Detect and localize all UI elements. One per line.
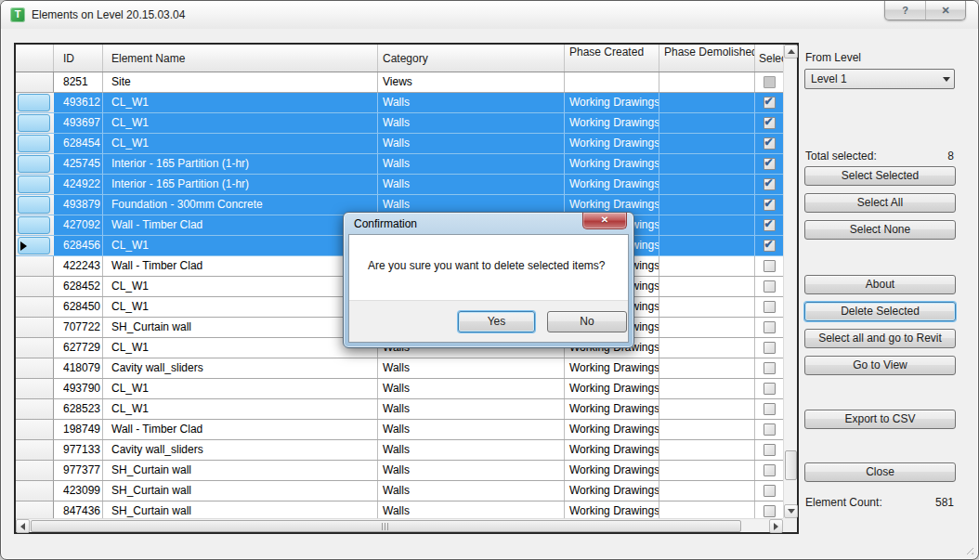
column-header-selected[interactable]: Selected — [755, 45, 783, 72]
grid-header: ID Element Name Category Phase Created P… — [16, 45, 783, 72]
grid-row[interactable]: 493790CL_W1WallsWorking Drawings — [16, 379, 783, 399]
row-header[interactable] — [16, 297, 54, 317]
select-selected-button[interactable]: Select Selected — [804, 166, 956, 186]
row-header[interactable] — [16, 399, 54, 419]
row-header[interactable] — [16, 461, 54, 480]
row-header[interactable] — [16, 501, 54, 518]
row-checkbox[interactable] — [764, 444, 776, 456]
row-checkbox[interactable] — [764, 137, 776, 150]
row-header[interactable] — [16, 481, 54, 501]
row-checkbox[interactable] — [764, 383, 776, 395]
grid-cell-selected — [755, 399, 783, 419]
row-header[interactable] — [16, 215, 54, 235]
no-button[interactable]: No — [547, 311, 627, 332]
row-header[interactable] — [16, 379, 54, 398]
select-all-go-to-revit-button[interactable]: Select all and go to Revit — [804, 329, 956, 348]
row-checkbox[interactable] — [764, 199, 776, 211]
row-checkbox[interactable] — [764, 280, 776, 293]
horizontal-scroll-thumb[interactable] — [31, 520, 741, 532]
grid-row[interactable]: 493697CL_W1WallsWorking Drawings — [16, 113, 783, 134]
row-checkbox[interactable] — [764, 260, 776, 272]
grid-row[interactable]: 198749Wall - Timber CladWallsWorking Dra… — [16, 420, 783, 440]
row-checkbox[interactable] — [764, 117, 776, 129]
row-header[interactable] — [16, 113, 54, 133]
grid-cell: CL_W1 — [103, 338, 378, 358]
app-icon: T — [10, 7, 25, 22]
column-header-element-name[interactable]: Element Name — [103, 45, 378, 72]
row-checkbox[interactable] — [764, 301, 776, 313]
row-header[interactable] — [16, 93, 54, 112]
row-header[interactable] — [16, 134, 54, 153]
row-checkbox[interactable] — [764, 240, 776, 252]
row-header[interactable] — [16, 175, 54, 194]
row-header[interactable] — [16, 338, 54, 358]
export-to-csv-button[interactable]: Export to CSV — [804, 410, 956, 429]
grid-row[interactable]: 628523CL_W1WallsWorking Drawings — [16, 399, 783, 420]
from-level-combobox[interactable]: Level 1 — [804, 69, 955, 89]
scroll-right-button[interactable] — [769, 519, 783, 533]
row-header[interactable] — [16, 277, 54, 296]
row-checkbox[interactable] — [764, 321, 776, 333]
row-header[interactable] — [16, 256, 54, 276]
grid-cell — [659, 93, 755, 112]
grid-row[interactable]: 977377SH_Curtain wallWallsWorking Drawin… — [16, 461, 783, 481]
row-header[interactable] — [16, 358, 54, 378]
row-header[interactable] — [16, 72, 54, 92]
scroll-down-button[interactable] — [784, 504, 798, 518]
grid-row[interactable]: 628454CL_W1WallsWorking Drawings — [16, 134, 783, 154]
row-checkbox[interactable] — [764, 464, 776, 476]
row-checkbox[interactable] — [764, 423, 776, 436]
close-button[interactable]: Close — [804, 462, 956, 482]
row-header[interactable] — [16, 440, 54, 460]
help-button[interactable]: ? — [885, 1, 925, 20]
resize-grip[interactable] — [963, 544, 973, 554]
select-none-button[interactable]: Select None — [804, 220, 956, 240]
grid-row[interactable]: 977133Cavity wall_slidersWallsWorking Dr… — [16, 440, 783, 461]
grid-row[interactable]: 8251SiteViews — [16, 72, 783, 93]
grid-row[interactable]: 423099SH_Curtain wallWallsWorking Drawin… — [16, 481, 783, 501]
grid-cell-selected — [755, 501, 783, 518]
vertical-scrollbar[interactable] — [783, 45, 797, 518]
titlebar[interactable]: T Elements on Level 20.15.03.04 ? ✕ — [1, 1, 978, 29]
vertical-scroll-thumb[interactable] — [785, 450, 797, 480]
grid-row[interactable]: 418079Cavity wall_slidersWallsWorking Dr… — [16, 358, 783, 379]
grid-row[interactable]: 847436SH_Curtain wallWallsWorking Drawin… — [16, 501, 783, 518]
scroll-left-button[interactable] — [16, 519, 30, 533]
go-to-view-button[interactable]: Go to View — [804, 356, 956, 375]
grid-cell-selected — [755, 195, 783, 215]
row-header[interactable] — [16, 236, 54, 255]
column-header-id[interactable]: ID — [54, 45, 103, 72]
row-checkbox[interactable] — [764, 178, 776, 190]
grid-cell-selected — [755, 236, 783, 255]
delete-selected-button[interactable]: Delete Selected — [804, 302, 956, 321]
row-checkbox[interactable] — [764, 403, 776, 415]
window-close-button[interactable]: ✕ — [925, 1, 965, 20]
row-header[interactable] — [16, 420, 54, 439]
row-checkbox[interactable] — [764, 97, 776, 109]
row-header[interactable] — [16, 195, 54, 215]
row-checkbox[interactable] — [764, 76, 776, 88]
select-all-button[interactable]: Select All — [804, 193, 956, 213]
yes-button[interactable]: Yes — [458, 311, 535, 332]
grid-row[interactable]: 424922Interior - 165 Partition (1-hr)Wal… — [16, 175, 783, 195]
column-header-category[interactable]: Category — [378, 45, 565, 72]
row-checkbox[interactable] — [764, 505, 776, 517]
about-button[interactable]: About — [804, 275, 956, 294]
column-header-phase-demolished[interactable]: Phase Demolished — [659, 45, 755, 72]
grid-cell: Working Drawings — [565, 175, 659, 194]
element-count-label: Element Count: — [805, 496, 882, 509]
row-checkbox[interactable] — [764, 158, 776, 170]
dialog-close-button[interactable]: ✕ — [582, 213, 627, 229]
grid-corner-cell[interactable] — [16, 45, 54, 72]
row-checkbox[interactable] — [764, 342, 776, 354]
horizontal-scrollbar[interactable] — [16, 518, 783, 532]
row-checkbox[interactable] — [764, 219, 776, 231]
row-header[interactable] — [16, 154, 54, 174]
grid-row[interactable]: 425745Interior - 165 Partition (1-hr)Wal… — [16, 154, 783, 175]
grid-row[interactable]: 493612CL_W1WallsWorking Drawings — [16, 93, 783, 113]
row-header[interactable] — [16, 318, 54, 337]
column-header-phase-created[interactable]: Phase Created — [565, 45, 659, 72]
row-checkbox[interactable] — [764, 485, 776, 497]
row-checkbox[interactable] — [764, 362, 776, 374]
scroll-up-button[interactable] — [784, 45, 798, 59]
